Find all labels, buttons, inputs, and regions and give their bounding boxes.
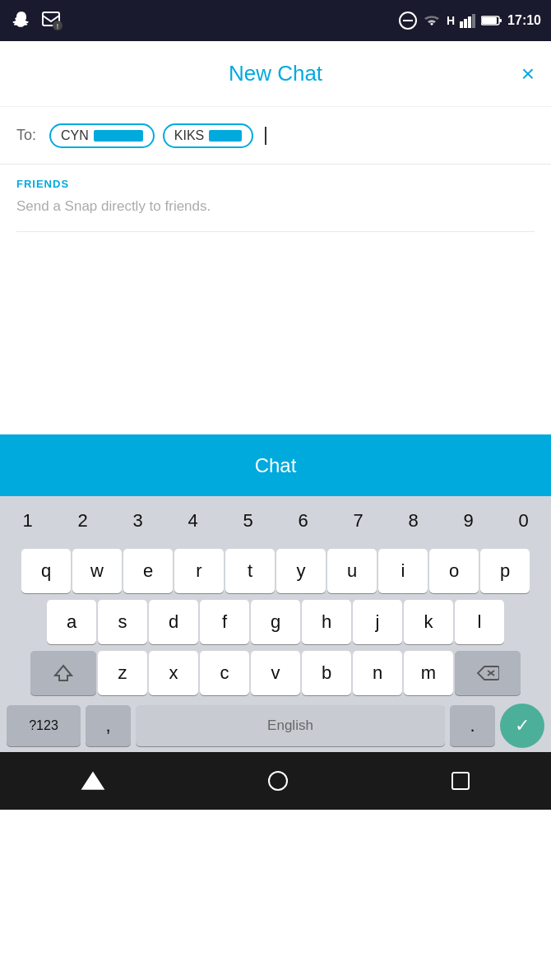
key-b[interactable]: b (302, 651, 351, 695)
keyboard-action-row: ?123 , English . ✓ (0, 699, 551, 752)
key-n[interactable]: n (353, 651, 402, 695)
signal-icon (460, 13, 476, 28)
recipient-highlight-1 (94, 130, 143, 142)
key-x[interactable]: x (149, 651, 198, 695)
nav-bar (0, 752, 551, 810)
battery-icon (481, 15, 502, 26)
text-cursor (265, 127, 266, 145)
svg-marker-12 (55, 666, 72, 680)
key-f[interactable]: f (200, 600, 249, 644)
key-period[interactable]: . (450, 705, 495, 746)
key-8[interactable]: 8 (386, 496, 441, 546)
friends-section: FRIENDS Send a Snap directly to friends. (0, 165, 551, 245)
key-p[interactable]: p (480, 549, 530, 593)
key-3[interactable]: 3 (110, 496, 165, 546)
svg-rect-8 (472, 14, 475, 28)
back-button[interactable] (81, 771, 105, 791)
svg-rect-5 (460, 21, 463, 28)
dnd-icon (399, 12, 417, 30)
enter-key[interactable]: ✓ (500, 704, 544, 748)
svg-point-17 (269, 772, 287, 790)
key-g[interactable]: g (251, 600, 300, 644)
key-2[interactable]: 2 (55, 496, 110, 546)
recipient-highlight-2 (209, 130, 242, 142)
key-t[interactable]: t (225, 549, 275, 593)
chat-button[interactable]: Chat (0, 434, 551, 496)
key-d[interactable]: d (149, 600, 198, 644)
key-s[interactable]: s (98, 600, 147, 644)
chat-button-label: Chat (255, 454, 297, 477)
key-y[interactable]: y (276, 549, 326, 593)
key-q[interactable]: q (21, 549, 71, 593)
svg-rect-6 (464, 19, 467, 28)
time-display: 17:10 (507, 13, 541, 28)
keyboard: 1 2 3 4 5 6 7 8 9 0 q w e r t y u i o p … (0, 496, 551, 752)
backspace-key[interactable] (455, 651, 521, 695)
space-key[interactable]: English (136, 705, 445, 746)
key-9[interactable]: 9 (441, 496, 496, 546)
friends-hint: Send a Snap directly to friends. (16, 198, 535, 215)
key-v[interactable]: v (251, 651, 300, 695)
number-row: 1 2 3 4 5 6 7 8 9 0 (0, 496, 551, 546)
recipient-tag-2[interactable]: KIKS (163, 123, 253, 148)
key-z[interactable]: z (98, 651, 147, 695)
key-a[interactable]: a (47, 600, 96, 644)
key-c[interactable]: c (200, 651, 249, 695)
svg-text:!: ! (57, 22, 59, 30)
key-l[interactable]: l (455, 600, 504, 644)
recipient-prefix-1: CYN (61, 128, 89, 143)
status-icons-right: H 17:10 (399, 12, 541, 30)
keyboard-row-3: z x c v b n m (0, 648, 551, 699)
empty-content-area (0, 245, 551, 434)
to-field: To: CYN KIKS (0, 107, 551, 165)
key-1[interactable]: 1 (0, 496, 55, 546)
key-m[interactable]: m (404, 651, 453, 695)
key-5[interactable]: 5 (220, 496, 276, 546)
keyboard-row-2: a s d f g h j k l (0, 597, 551, 648)
shift-key[interactable] (30, 651, 96, 695)
svg-rect-18 (452, 773, 469, 789)
key-j[interactable]: j (353, 600, 402, 644)
friends-heading: FRIENDS (16, 178, 535, 190)
status-bar: ! H 17:10 (0, 0, 551, 41)
svg-rect-11 (499, 19, 502, 22)
page-title: New Chat (229, 61, 322, 86)
recipient-prefix-2: KIKS (174, 128, 204, 143)
key-7[interactable]: 7 (331, 496, 386, 546)
key-6[interactable]: 6 (276, 496, 331, 546)
home-button[interactable] (267, 770, 289, 792)
key-h[interactable]: h (302, 600, 351, 644)
key-0[interactable]: 0 (496, 496, 551, 546)
snapchat-icon (10, 9, 33, 32)
network-type-icon: H (447, 14, 455, 27)
key-o[interactable]: o (429, 549, 479, 593)
checkmark-icon: ✓ (515, 715, 530, 736)
key-w[interactable]: w (72, 549, 122, 593)
to-label: To: (16, 127, 36, 144)
notification-icon: ! (39, 9, 63, 32)
key-123[interactable]: ?123 (7, 705, 81, 746)
close-button[interactable]: × (521, 61, 535, 87)
key-k[interactable]: k (404, 600, 453, 644)
key-comma[interactable]: , (86, 705, 131, 746)
svg-rect-10 (482, 17, 497, 24)
recipient-tag-1[interactable]: CYN (49, 123, 155, 148)
key-r[interactable]: r (174, 549, 224, 593)
key-i[interactable]: i (378, 549, 428, 593)
friends-divider (16, 231, 535, 232)
svg-marker-15 (82, 773, 104, 789)
header: New Chat × (0, 41, 551, 107)
key-4[interactable]: 4 (165, 496, 220, 546)
key-u[interactable]: u (327, 549, 377, 593)
recent-apps-button[interactable] (451, 771, 470, 791)
key-e[interactable]: e (123, 549, 173, 593)
keyboard-row-1: q w e r t y u i o p (0, 546, 551, 597)
status-icons-left: ! (10, 9, 63, 32)
svg-rect-7 (468, 16, 471, 28)
wifi-icon (422, 12, 442, 29)
